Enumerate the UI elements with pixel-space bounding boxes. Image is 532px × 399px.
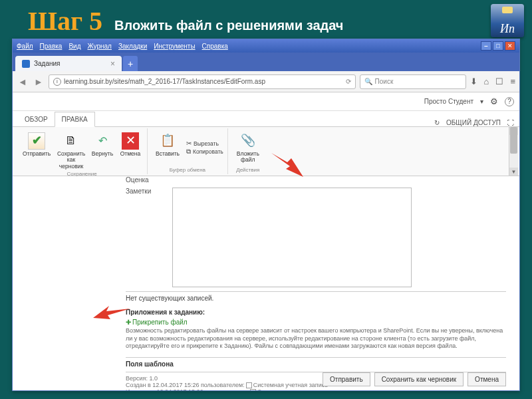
ribbon-cancel-button[interactable]: Отмена: [118, 130, 143, 170]
tab-title: Задания: [34, 60, 61, 67]
refresh-icon[interactable]: ⟳: [346, 78, 351, 85]
ribbon-group-save: Отправить Сохранить как черновик Вернуть…: [17, 128, 148, 174]
settings-icon[interactable]: ⚙: [490, 96, 498, 106]
window-maximize-button[interactable]: □: [493, 41, 503, 51]
nav-back-button[interactable]: ◄: [17, 76, 29, 88]
new-tab-button[interactable]: +: [123, 56, 138, 71]
sharepoint-tabs: ОБЗОР ПРАВКА ↻ ОБЩИЙ ДОСТУП ⛶: [13, 111, 519, 127]
ribbon-group-clipboard: Вставить ✂Вырезать ⧉Копировать Буфер обм…: [148, 128, 228, 174]
url-field[interactable]: i learning.bsuir.by/sites/math_2_2016-17…: [49, 74, 356, 89]
send-icon: [28, 132, 45, 150]
browser-window: Файл Правка Вид Журнал Закладки Инструме…: [12, 39, 520, 391]
cut-icon: ✂: [186, 140, 192, 147]
footer-cancel-button[interactable]: Отмена: [467, 372, 506, 386]
attach-file-link[interactable]: Прикрепить файл: [126, 319, 506, 326]
address-bar: ◄ ► i learning.bsuir.by/sites/math_2_201…: [13, 71, 519, 92]
scroll-down-icon[interactable]: ▼: [509, 168, 518, 176]
window-minimize-button[interactable]: ‒: [481, 41, 491, 51]
created-checkbox: [246, 382, 252, 388]
ribbon-attach-label: Вложить файл: [232, 151, 264, 164]
attach-note: Возможность редактировать файлы на серве…: [126, 327, 506, 350]
ribbon-cut-label: Вырезать: [194, 140, 219, 147]
ribbon-copy-button[interactable]: ⧉Копировать: [186, 148, 223, 156]
ribbon-send-button[interactable]: Отправить: [21, 130, 53, 170]
browser-tab[interactable]: Задания ×: [15, 56, 122, 71]
ribbon-cancel-label: Отмена: [120, 151, 141, 157]
hamburger-icon[interactable]: ≡: [510, 76, 515, 86]
user-bar: Просто Студент ▾ ⚙ ?: [13, 92, 519, 111]
window-close-button[interactable]: ✕: [505, 41, 515, 51]
fullscreen-icon[interactable]: ⛶: [507, 119, 514, 126]
search-field[interactable]: 🔍 Поиск: [360, 74, 466, 89]
footer-send-button[interactable]: Отправить: [323, 372, 370, 386]
ribbon-group-actions: Вложить файл Действия: [228, 128, 268, 174]
nav-forward-button[interactable]: ►: [33, 76, 45, 88]
ribbon-send-label: Отправить: [23, 151, 51, 157]
copy-icon: ⧉: [186, 148, 191, 156]
menu-help[interactable]: Справка: [202, 43, 228, 50]
search-icon: 🔍: [364, 78, 372, 85]
ribbon-paste-label: Вставить: [156, 151, 180, 157]
menu-history[interactable]: Журнал: [87, 43, 112, 50]
share-icon[interactable]: ↻: [434, 119, 440, 126]
slide-subtitle: Вложить файл с решениями задач: [114, 18, 343, 33]
form-content: Оценка Заметки Нет существующих записей.…: [13, 176, 519, 390]
slide-step: Шаг 5: [28, 5, 102, 37]
template-fields-title: Поля шаблона: [126, 360, 506, 368]
tab-favicon: [22, 60, 30, 68]
home-icon[interactable]: ⌂: [484, 76, 489, 86]
ribbon-copy-label: Копировать: [193, 148, 223, 155]
attach-icon: [239, 132, 257, 150]
ribbon-group-clipboard-label: Буфер обмена: [170, 167, 205, 173]
paste-icon: [159, 132, 176, 150]
modified-checkbox: [250, 389, 256, 390]
ribbon-paste-button[interactable]: Вставить: [152, 130, 184, 166]
share-label[interactable]: ОБЩИЙ ДОСТУП: [446, 119, 501, 126]
bookmark-icon[interactable]: ☐: [495, 76, 503, 86]
ribbon-cut-button[interactable]: ✂Вырезать: [186, 140, 223, 147]
url-text: learning.bsuir.by/sites/math_2_2016-17/T…: [64, 78, 265, 85]
ribbon: Отправить Сохранить как черновик Вернуть…: [13, 127, 519, 176]
university-logo: Ип: [491, 4, 524, 37]
grade-label: Оценка: [126, 176, 172, 184]
attach-file-link-text: Прикрепить файл: [132, 319, 188, 326]
menu-tools[interactable]: Инструменты: [154, 43, 195, 50]
undo-icon: [94, 132, 111, 150]
created-sys-account: Системная учетная запись: [253, 382, 328, 388]
tab-strip: Задания × +: [13, 53, 519, 71]
user-name[interactable]: Просто Студент: [424, 98, 473, 105]
ribbon-group-actions-label: Действия: [236, 167, 259, 173]
draft-icon: [63, 132, 80, 150]
notes-textarea[interactable]: [172, 188, 412, 287]
ribbon-scrollbar[interactable]: ▲ ▼: [509, 127, 518, 176]
menu-bookmarks[interactable]: Закладки: [118, 43, 147, 50]
ribbon-save-draft-label: Сохранить как черновик: [55, 151, 87, 170]
cancel-icon: [122, 132, 139, 150]
notes-label: Заметки: [126, 188, 172, 287]
search-placeholder: Поиск: [375, 78, 394, 85]
menu-view[interactable]: Вид: [68, 43, 80, 50]
scroll-thumb[interactable]: [510, 127, 517, 154]
modified-text: Изменен в 12.04.2017 15:26 пользователем…: [126, 388, 249, 390]
created-text: Создан в 12.04.2017 15:26 пользователем:: [126, 382, 245, 388]
help-icon[interactable]: ?: [505, 97, 514, 106]
ribbon-attach-button[interactable]: Вложить файл: [232, 130, 264, 166]
browser-menubar: Файл Правка Вид Журнал Закладки Инструме…: [13, 39, 519, 53]
menu-edit[interactable]: Правка: [40, 43, 63, 50]
no-records-text: Нет существующих записей.: [126, 295, 506, 302]
ribbon-save-draft-button[interactable]: Сохранить как черновик: [55, 130, 87, 170]
tab-overview[interactable]: ОБЗОР: [18, 112, 55, 126]
tab-edit[interactable]: ПРАВКА: [55, 112, 95, 127]
site-info-icon[interactable]: i: [53, 78, 61, 86]
attachments-title: Приложения к заданию:: [126, 309, 506, 316]
footer-save-draft-button[interactable]: Сохранить как черновик: [374, 372, 464, 386]
ribbon-undo-button[interactable]: Вернуть: [90, 130, 115, 170]
menu-file[interactable]: Файл: [17, 43, 33, 50]
ribbon-undo-label: Вернуть: [92, 151, 113, 157]
modified-sys-account: Системная учетная запись: [257, 388, 332, 390]
download-icon[interactable]: ⬇: [470, 76, 477, 86]
tab-close-icon[interactable]: ×: [110, 59, 115, 68]
